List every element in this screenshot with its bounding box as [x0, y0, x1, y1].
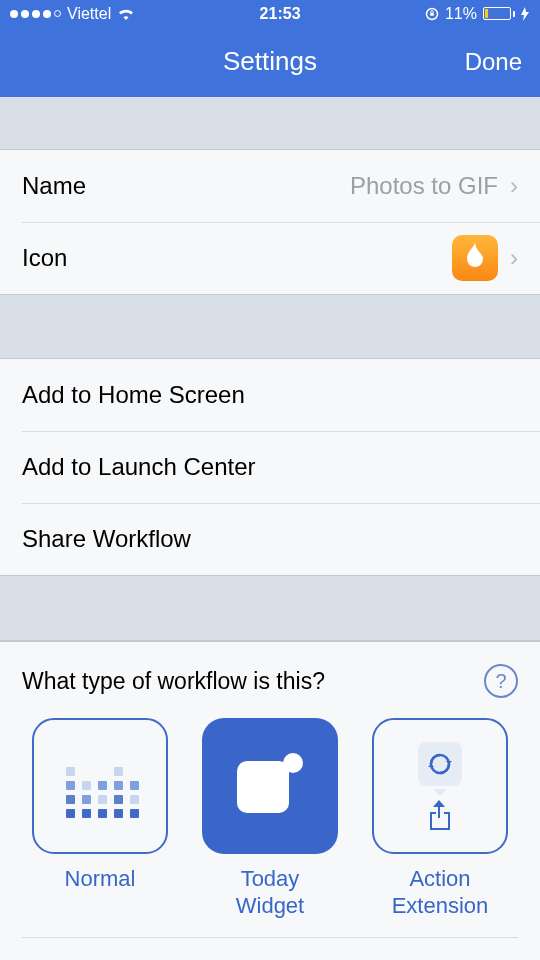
- name-label: Name: [22, 172, 86, 200]
- section-gap: [0, 97, 540, 150]
- type-option-normal[interactable]: Normal: [22, 718, 178, 919]
- chevron-right-icon: ›: [510, 172, 518, 200]
- add-home-label: Add to Home Screen: [22, 381, 245, 409]
- battery-icon: [483, 7, 515, 20]
- chevron-right-icon: ›: [510, 244, 518, 272]
- charging-icon: [521, 7, 530, 21]
- rotation-lock-icon: [425, 7, 439, 21]
- type-label-normal: Normal: [65, 866, 136, 892]
- help-button[interactable]: ?: [484, 664, 518, 698]
- divider: [22, 937, 518, 938]
- add-home-row[interactable]: Add to Home Screen: [0, 359, 540, 431]
- workflow-type-section: What type of workflow is this? ?: [0, 641, 540, 960]
- battery-pct: 11%: [445, 5, 477, 23]
- workflow-icon-preview: [452, 235, 498, 281]
- carrier-label: Viettel: [67, 5, 111, 23]
- share-workflow-label: Share Workflow: [22, 525, 191, 553]
- section-gap: [0, 575, 540, 641]
- icon-label: Icon: [22, 244, 67, 272]
- name-value: Photos to GIF: [350, 172, 498, 200]
- type-label-action: Action Extension: [392, 866, 489, 919]
- svg-rect-1: [430, 12, 434, 15]
- clock: 21:53: [260, 5, 301, 23]
- section-gap: [0, 294, 540, 360]
- type-option-today[interactable]: Today Widget: [192, 718, 348, 919]
- actions-group: Add to Home Screen Add to Launch Center …: [0, 359, 540, 575]
- today-widget-icon: [237, 753, 303, 819]
- action-extension-icon: [418, 742, 462, 830]
- type-option-action[interactable]: Action Extension: [362, 718, 518, 919]
- signal-dots-icon: [10, 10, 61, 18]
- type-label-today: Today Widget: [236, 866, 304, 919]
- name-row[interactable]: Name Photos to GIF ›: [0, 150, 540, 222]
- status-bar: Viettel 21:53 11%: [0, 0, 540, 27]
- add-launch-row[interactable]: Add to Launch Center: [0, 431, 540, 503]
- wifi-icon: [117, 7, 135, 21]
- share-workflow-row[interactable]: Share Workflow: [0, 503, 540, 575]
- icon-row[interactable]: Icon ›: [0, 222, 540, 294]
- page-title: Settings: [223, 46, 317, 77]
- navbar: Settings Done: [0, 27, 540, 96]
- normal-icon: [60, 751, 140, 821]
- workflow-type-question: What type of workflow is this?: [22, 668, 325, 695]
- details-group: Name Photos to GIF › Icon ›: [0, 150, 540, 294]
- add-launch-label: Add to Launch Center: [22, 453, 256, 481]
- flame-icon: [463, 241, 487, 275]
- done-button[interactable]: Done: [465, 48, 522, 76]
- share-icon: [428, 802, 452, 830]
